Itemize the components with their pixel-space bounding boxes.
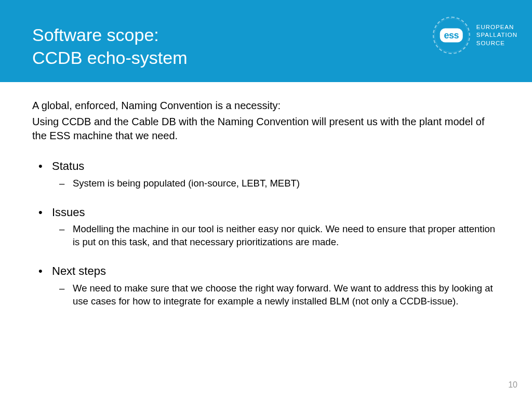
section-item: Modelling the machine in our tool is nei… [52, 223, 500, 249]
ess-logo-circle-icon: ess [433, 17, 470, 54]
ess-logo: ess EUROPEAN SPALLATION SOURCE [433, 17, 517, 54]
section-status: Status System is being populated (ion-so… [32, 158, 500, 190]
slide-body: A global, enforced, Naming Convention is… [0, 82, 532, 308]
section-heading: Issues [52, 205, 500, 220]
logo-text-line-3: SOURCE [476, 39, 517, 48]
section-next-steps: Next steps We need to make sure that we … [32, 263, 500, 308]
page-number: 10 [508, 380, 517, 390]
logo-text-line-2: SPALLATION [476, 31, 517, 39]
intro-line-1: A global, enforced, Naming Convention is… [32, 99, 500, 113]
slide-header: Software scope: CCDB echo-system ess EUR… [0, 0, 532, 82]
ess-logo-mark: ess [440, 29, 463, 43]
section-heading: Next steps [52, 263, 500, 279]
section-issues: Issues Modelling the machine in our tool… [32, 205, 500, 249]
intro-line-2: Using CCDB and the Cable DB with the Nam… [32, 115, 500, 143]
section-item: We need to make sure that we choose the … [52, 282, 500, 308]
logo-text-line-1: EUROPEAN [476, 23, 517, 32]
ess-logo-text: EUROPEAN SPALLATION SOURCE [476, 23, 517, 48]
section-heading: Status [52, 158, 500, 174]
section-item: System is being populated (ion-source, L… [52, 177, 500, 190]
